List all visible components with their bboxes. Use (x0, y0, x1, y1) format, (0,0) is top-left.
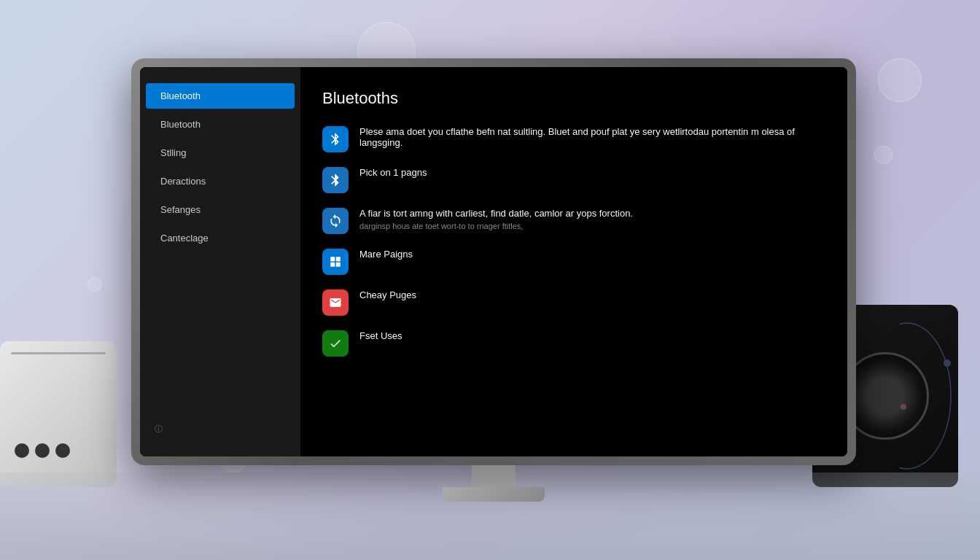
monitor-frame: Bluetooth Bluetooth Stlling Deractions S… (131, 58, 856, 465)
settings-item-title-0: Plese ama doet you cflathe befn nat sult… (359, 126, 825, 148)
settings-item-title-5: Fset Uses (359, 330, 825, 341)
checkmark-icon (322, 330, 349, 357)
settings-item-title-2: A fiar is tort amng with carliest, find … (359, 208, 825, 219)
svg-point-2 (901, 404, 906, 410)
bluetooth-icon-0 (322, 126, 349, 152)
sidebar-item-canteclage[interactable]: Canteclage (146, 225, 295, 251)
monitor: Bluetooth Bluetooth Stlling Deractions S… (131, 58, 856, 502)
page-title: Bluetooths (322, 89, 825, 108)
settings-item-title-4: Cheay Puges (359, 289, 825, 300)
bluetooth-icon-1 (322, 167, 349, 193)
settings-item-text-5: Fset Uses (359, 330, 825, 343)
deco-circle-5 (88, 277, 102, 292)
monitor-screen: Bluetooth Bluetooth Stlling Deractions S… (140, 67, 847, 456)
deco-circle-3 (878, 58, 922, 102)
settings-item-text-2: A fiar is tort amng with carliest, find … (359, 208, 825, 232)
settings-item-text-3: Mare Paigns (359, 249, 825, 262)
settings-item-5[interactable]: Fset Uses (322, 330, 825, 357)
settings-item-text-1: Pick on 1 pagns (359, 167, 825, 180)
sidebar-item-deractions[interactable]: Deractions (146, 168, 295, 194)
settings-item-4[interactable]: Cheay Puges (322, 289, 825, 316)
settings-item-title-1: Pick on 1 pagns (359, 167, 825, 178)
settings-item-title-3: Mare Paigns (359, 249, 825, 260)
mail-icon (322, 289, 349, 316)
settings-item-desc-2: darginsp hous ate toet wort-to to rnager… (359, 221, 825, 232)
monitor-stand-base (443, 487, 545, 502)
left-speaker (0, 341, 117, 487)
settings-item-3[interactable]: Mare Paigns (322, 249, 825, 275)
sync-icon (322, 208, 349, 234)
settings-item-1[interactable]: Pick on 1 pagns (322, 167, 825, 193)
settings-content: Bluetooths Plese ama doet you cflathe be… (300, 67, 847, 456)
svg-point-1 (944, 359, 951, 367)
monitor-stand-neck (472, 465, 516, 487)
svg-point-0 (900, 323, 951, 469)
sidebar-bottom-icon: ⓘ (140, 416, 300, 442)
windows-icon (322, 249, 349, 275)
sidebar-item-stlling[interactable]: Stlling (146, 140, 295, 166)
deco-circle-4 (874, 146, 892, 164)
sidebar-item-bluetooth-active[interactable]: Bluetooth (146, 83, 295, 109)
sidebar-item-bluetooth[interactable]: Bluetooth (146, 112, 295, 137)
settings-item-2[interactable]: A fiar is tort amng with carliest, find … (322, 208, 825, 234)
settings-item-text-0: Plese ama doet you cflathe befn nat sult… (359, 126, 825, 150)
settings-sidebar: Bluetooth Bluetooth Stlling Deractions S… (140, 67, 300, 456)
settings-item-0[interactable]: Plese ama doet you cflathe befn nat sult… (322, 126, 825, 152)
settings-item-text-4: Cheay Puges (359, 289, 825, 303)
sidebar-item-sefanges[interactable]: Sefanges (146, 197, 295, 222)
